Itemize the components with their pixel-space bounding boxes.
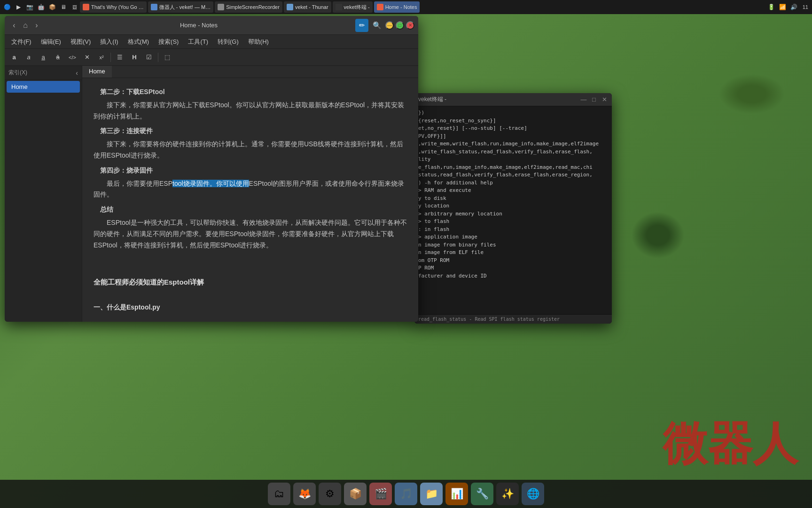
step2-title: 第二步：下载ESPtool — [94, 87, 407, 98]
term-line-2: {reset,no_reset_no_sync}] — [418, 117, 608, 125]
toolbar-divider-1 — [110, 53, 111, 62]
term-line-21: n image from binary files — [418, 241, 608, 249]
remove-format-button[interactable]: ✕ — [80, 51, 94, 64]
step3-p1: 接下来，你需要将你的硬件连接到你的计算机上。通常，你需要使用USB线将硬件连接到… — [94, 139, 407, 161]
term-line-4: PV,OFF}]] — [418, 133, 608, 141]
term-line-22: n image from ELF file — [418, 249, 608, 257]
notes-body: 索引(X) ‹ Home Home 第二步：下载ESPtool 接下来，你需要从… — [5, 66, 418, 322]
term-line-15: y to disk — [418, 195, 608, 203]
step3-title: 第三步：连接硬件 — [94, 126, 407, 137]
terminal-body[interactable]: }) {reset,no_reset_no_sync}] et,no_reset… — [414, 106, 612, 314]
term-line-6: ,write_flash_status,read_flash,verify_fl… — [418, 148, 608, 156]
term-line-19: : in flash — [418, 226, 608, 234]
nav-forward-button[interactable]: › — [31, 20, 42, 31]
menu-insert[interactable]: 插入(I) — [95, 37, 123, 47]
terminal-titlebar: veket终端 - — □ ✕ — [414, 93, 612, 106]
menu-view[interactable]: 视图(V) — [66, 37, 95, 47]
insert-button[interactable]: ⬚ — [161, 51, 174, 64]
step4-title: 第四步：烧录固件 — [94, 165, 407, 176]
notes-content[interactable]: 第二步：下载ESPtool 接下来，你需要从官方网站上下载ESPtool。你可以… — [82, 78, 418, 322]
dock-icon-files[interactable]: 🗂 — [268, 483, 290, 505]
dock-icon-folder[interactable]: 📁 — [420, 483, 443, 505]
tray-icon-6[interactable]: 🖼 — [70, 2, 80, 12]
list-button[interactable]: ☰ — [113, 51, 126, 64]
tray-icon-1[interactable]: ▶ — [13, 2, 23, 12]
tab-home[interactable]: Home — [82, 66, 112, 78]
formatting-toolbar: a a a ā </> ✕ x² ☰ H ☑ ⬚ — [5, 49, 418, 66]
checkbox-button[interactable]: ☑ — [142, 51, 156, 64]
search-icon-button[interactable]: 🔍 — [370, 19, 383, 32]
maximize-button[interactable]: □ — [396, 21, 404, 30]
taskbar-btn-recorder[interactable]: SimpleScreenRecorder — [215, 1, 282, 13]
menu-tools[interactable]: 工具(T) — [183, 37, 213, 47]
sidebar-header: 索引(X) ‹ — [5, 66, 82, 80]
bold-button[interactable]: a — [8, 51, 21, 64]
taskbar-btn-terminal[interactable]: veket终端 - — [333, 1, 373, 13]
sidebar-collapse-button[interactable]: ‹ — [76, 69, 78, 77]
taskbar-top: 🔵 ▶ 📷 🤖 📦 🖥 🖼 That's Why (You Go … 微器人 -… — [0, 0, 812, 14]
tray-icon-0[interactable]: 🔵 — [2, 2, 12, 12]
menu-search[interactable]: 搜索(S) — [154, 37, 183, 47]
menu-goto[interactable]: 转到(G) — [213, 37, 243, 47]
minimize-button[interactable]: — — [385, 21, 394, 30]
sidebar-item-home[interactable]: Home — [7, 81, 80, 93]
tray-right: 🔋 📶 🔊 11 — [767, 2, 810, 12]
term-line-24: P ROM — [418, 264, 608, 272]
terminal-title: veket终端 - — [418, 95, 577, 103]
taskbar-bottom: 🗂 🦊 ⚙ 📦 🎬 🎵 📁 📊 🔧 ✨ 🌐 — [0, 480, 812, 508]
italic-button[interactable]: a — [22, 51, 35, 64]
edit-icon-button[interactable]: ✏ — [355, 19, 368, 32]
tray-icon-2[interactable]: 📷 — [24, 2, 35, 12]
tray-icon-4[interactable]: 📦 — [47, 2, 57, 12]
term-line-23: om OTP ROM — [418, 257, 608, 265]
dock-icon-video[interactable]: 🎬 — [369, 483, 392, 505]
strikethrough-button[interactable]: ā — [51, 51, 64, 64]
tray-left: 🔵 ▶ 📷 🤖 📦 🖥 🖼 — [2, 2, 80, 12]
battery-icon: 🔋 — [767, 2, 776, 12]
section1-title: 一、什么是Esptool.py — [94, 302, 407, 313]
term-line-14: > RAM and execute — [418, 187, 608, 195]
tray-icon-3[interactable]: 🤖 — [36, 2, 46, 12]
nav-back-button[interactable]: ‹ — [8, 20, 20, 31]
term-line-3: et,no_reset}] [--no-stub] [--trace] — [418, 125, 608, 133]
dock-icon-music[interactable]: 🎵 — [395, 483, 417, 505]
dock-icon-chart[interactable]: 📊 — [445, 483, 468, 505]
window-title: Home - Notes — [42, 22, 355, 29]
terminal-statusbar: read_flash_status - Read SPI flash statu… — [414, 314, 612, 324]
taskbar-btn-browser[interactable]: 微器人 - veket! — M… — [148, 1, 213, 13]
term-line-5: ,write_mem,write_flash,run,image_info,ma… — [418, 140, 608, 148]
notes-menubar: 文件(F) 编辑(E) 视图(V) 插入(I) 格式(M) 搜索(S) 工具(T… — [5, 35, 418, 49]
notes-sidebar: 索引(X) ‹ Home — [5, 66, 82, 322]
dock-icon-firefox[interactable]: 🦊 — [293, 483, 316, 505]
term-line-25: facturer and device ID — [418, 272, 608, 280]
menu-help[interactable]: 帮助(H) — [243, 37, 273, 47]
summary-title: 总结 — [94, 204, 407, 215]
notes-titlebar: ‹ ⌂ › Home - Notes ✏ 🔍 — □ ✕ — [5, 16, 418, 35]
taskbar-btn-notes[interactable]: Home - Notes — [374, 1, 420, 13]
taskbar-btn-thunar[interactable]: veket - Thunar — [284, 1, 331, 13]
window-buttons: That's Why (You Go … 微器人 - veket! — M… S… — [80, 1, 767, 13]
terminal-close-button[interactable]: ✕ — [601, 96, 608, 103]
terminal-maximize-button[interactable]: □ — [590, 96, 598, 103]
term-line-18: > to flash — [418, 218, 608, 226]
dock-icon-web[interactable]: 🌐 — [522, 483, 544, 505]
menu-file[interactable]: 文件(F) — [7, 37, 36, 47]
dock-icon-package[interactable]: 📦 — [344, 483, 367, 505]
heading-button[interactable]: H — [128, 51, 141, 64]
taskbar-btn-music[interactable]: That's Why (You Go … — [80, 1, 147, 13]
summary-p1: ESPtool是一种强大的工具，可以帮助你快速、有效地烧录固件，从而解决硬件问题… — [94, 217, 407, 251]
dock-icon-tool[interactable]: 🔧 — [471, 483, 493, 505]
term-line-16: y location — [418, 202, 608, 210]
dock-icon-sparkle[interactable]: ✨ — [496, 483, 519, 505]
tray-icon-5[interactable]: 🖥 — [58, 2, 69, 12]
menu-format[interactable]: 格式(M) — [123, 37, 154, 47]
menu-edit[interactable]: 编辑(E) — [36, 37, 66, 47]
close-button[interactable]: ✕ — [406, 21, 414, 30]
code-button[interactable]: </> — [66, 51, 79, 64]
article-title: 全能工程师必须知道的Esptool详解 — [94, 276, 407, 288]
dock-icon-settings[interactable]: ⚙ — [319, 483, 341, 505]
underline-button[interactable]: a — [37, 51, 50, 64]
nav-home-button[interactable]: ⌂ — [20, 20, 31, 31]
terminal-minimize-button[interactable]: — — [580, 96, 587, 103]
superscript-button[interactable]: x² — [95, 51, 108, 64]
